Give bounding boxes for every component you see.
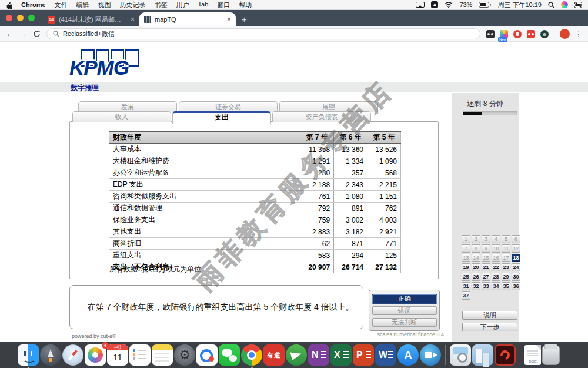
powerpoint-icon[interactable]: P: [353, 344, 374, 366]
minimize-window-button[interactable]: [17, 15, 24, 21]
menubar-item[interactable]: 历史记录: [120, 1, 146, 9]
control-center-icon[interactable]: [574, 2, 582, 8]
excel-icon[interactable]: X: [330, 344, 352, 366]
question-22-button[interactable]: 22: [492, 263, 500, 271]
menubar-item[interactable]: 编辑: [76, 1, 89, 9]
buildings-icon[interactable]: [472, 344, 493, 366]
chrome-menu-icon[interactable]: ⋮: [575, 30, 582, 38]
cannot-say-answer-button[interactable]: 无法判断: [372, 318, 437, 327]
menubar-item[interactable]: 窗口: [217, 1, 230, 9]
fullscreen-window-button[interactable]: [28, 15, 35, 21]
instructions-button[interactable]: 说明: [462, 311, 517, 320]
red-square-extension-icon[interactable]: [527, 30, 535, 38]
doc-file-icon[interactable]: DOC: [524, 345, 541, 365]
test-tab-back[interactable]: 证券交易: [179, 101, 278, 112]
chrome-icon[interactable]: [241, 344, 262, 366]
test-tab-back[interactable]: 展望: [279, 101, 378, 112]
menubar-app-name[interactable]: Chrome: [21, 1, 46, 8]
question-16-button[interactable]: 16: [492, 254, 500, 262]
wifi-icon[interactable]: [445, 2, 453, 8]
question-21-button[interactable]: 21: [482, 263, 490, 271]
menubar-item[interactable]: 用户: [176, 1, 189, 9]
dark-e-extension-icon[interactable]: e: [540, 30, 549, 38]
launchpad-icon[interactable]: [40, 344, 61, 366]
wechat-icon[interactable]: [219, 344, 240, 366]
settings-icon[interactable]: [174, 344, 195, 366]
question-33-button[interactable]: 33: [482, 282, 490, 290]
question-30-button[interactable]: 30: [512, 273, 520, 281]
question-8-button[interactable]: 8: [472, 244, 480, 253]
apple-menu-icon[interactable]: [6, 1, 12, 9]
trash-icon[interactable]: [542, 346, 560, 365]
question-25-button[interactable]: 25: [462, 273, 470, 281]
close-window-button[interactable]: [6, 15, 12, 21]
question-28-button[interactable]: 28: [492, 273, 500, 281]
safari-icon[interactable]: [62, 344, 83, 366]
tab-close-icon[interactable]: ×: [131, 15, 135, 24]
test-tab-back[interactable]: 发展: [78, 101, 177, 112]
menubar-item[interactable]: Tab: [198, 1, 209, 9]
acrobat-icon[interactable]: [495, 344, 516, 366]
menubar-item[interactable]: 帮助: [239, 1, 252, 9]
onenote-icon[interactable]: N: [308, 344, 329, 366]
test-tab-front[interactable]: 收入: [72, 111, 171, 122]
question-26-button[interactable]: 26: [472, 273, 480, 281]
paperplane-icon[interactable]: [286, 344, 307, 366]
notes-icon[interactable]: [152, 344, 173, 366]
question-3-button[interactable]: 3: [482, 235, 490, 243]
finder-icon[interactable]: [18, 344, 39, 366]
url-address-bar[interactable]: Reclassified+微信: [46, 28, 480, 39]
browser-tab-mail[interactable]: ✉ (414封未读) 网易邮箱6.0版 ×: [43, 12, 139, 26]
gradient-extension-icon[interactable]: New: [500, 30, 508, 38]
question-12-button[interactable]: 12: [512, 244, 520, 253]
reload-button[interactable]: [33, 30, 41, 38]
question-31-button[interactable]: 31: [462, 282, 470, 290]
test-tab-front[interactable]: 资产负债表: [272, 111, 371, 122]
question-11-button[interactable]: 11: [502, 244, 510, 253]
question-9-button[interactable]: 9: [482, 244, 490, 253]
question-35-button[interactable]: 35: [502, 282, 510, 290]
correct-answer-button[interactable]: 正确: [372, 294, 437, 303]
youdao-icon[interactable]: 有道: [263, 344, 285, 366]
question-10-button[interactable]: 10: [492, 244, 500, 253]
red-circle-extension-icon[interactable]: [513, 30, 522, 38]
reminders-icon[interactable]: [129, 344, 151, 366]
question-20-button[interactable]: 20: [472, 263, 480, 271]
display-mirroring-icon[interactable]: [416, 2, 425, 8]
test-tab-front[interactable]: 支出: [172, 111, 271, 124]
question-14-button[interactable]: 14: [472, 254, 480, 262]
baidu-netdisk-icon[interactable]: [196, 344, 218, 366]
photos-icon[interactable]: 4: [85, 344, 106, 366]
menubar-item[interactable]: 书签: [155, 1, 168, 9]
question-15-button[interactable]: 15: [482, 254, 490, 262]
question-37-button[interactable]: 37: [462, 291, 470, 300]
question-27-button[interactable]: 27: [482, 273, 490, 281]
glasses-extension-icon[interactable]: [486, 30, 495, 38]
question-1-button[interactable]: 1: [462, 235, 470, 243]
input-source-a-icon[interactable]: A: [431, 1, 438, 8]
question-36-button[interactable]: 36: [512, 282, 520, 290]
question-34-button[interactable]: 34: [492, 282, 500, 290]
spotlight-search-icon[interactable]: [548, 2, 554, 8]
calendar-icon[interactable]: 12月11: [107, 344, 128, 366]
question-6-button[interactable]: 6: [512, 235, 520, 243]
browser-tab-maptq[interactable]: mapTQ ×: [139, 12, 236, 26]
question-13-button[interactable]: 13: [462, 254, 470, 262]
question-24-button[interactable]: 24: [512, 263, 520, 271]
question-19-button[interactable]: 19: [462, 263, 470, 271]
preview-icon[interactable]: [450, 344, 471, 366]
menubar-item[interactable]: 视图: [98, 1, 111, 9]
forward-button[interactable]: →: [19, 29, 27, 38]
question-7-button[interactable]: 7: [462, 244, 470, 253]
wrong-answer-button[interactable]: 错误: [372, 306, 437, 315]
back-button[interactable]: ←: [6, 29, 14, 38]
question-23-button[interactable]: 23: [502, 263, 510, 271]
question-29-button[interactable]: 29: [502, 273, 510, 281]
next-button[interactable]: 下一步: [462, 323, 517, 331]
question-4-button[interactable]: 4: [492, 235, 500, 243]
new-tab-button[interactable]: +: [242, 14, 247, 24]
question-17-button[interactable]: 17: [502, 254, 510, 262]
siri-icon[interactable]: [561, 1, 568, 8]
battery-icon[interactable]: [479, 2, 491, 8]
quicktime-icon[interactable]: [420, 344, 441, 366]
